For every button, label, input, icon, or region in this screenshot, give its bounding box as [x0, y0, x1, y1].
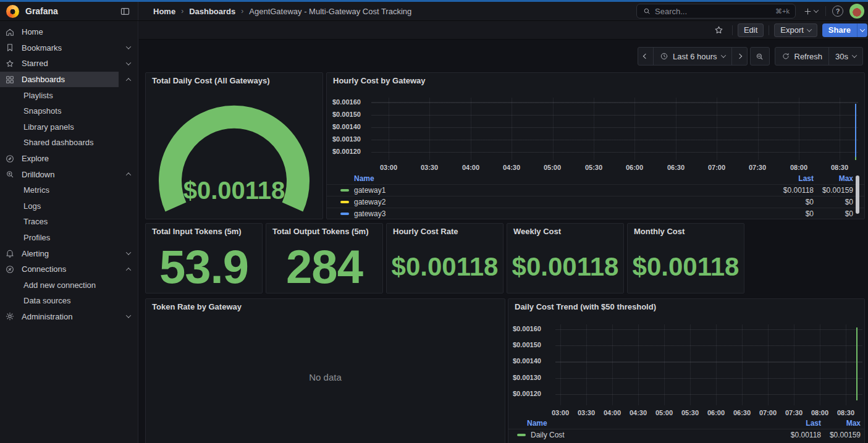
sidebar-item-bookmarks[interactable]: Bookmarks	[0, 40, 119, 56]
sidebar-item-drilldown[interactable]: Drilldown	[0, 166, 119, 182]
connections-collapse-toggle[interactable]	[119, 261, 138, 277]
add-new-button[interactable]	[802, 7, 819, 16]
time-forward-button[interactable]	[731, 48, 747, 65]
sidebar-item-library-panels[interactable]: Library panels	[0, 119, 138, 135]
legend-scrollbar[interactable]	[856, 175, 859, 214]
series-label[interactable]: gateway2	[354, 198, 386, 206]
sidebar-row: Shared dashboards	[0, 135, 138, 151]
time-series-plot[interactable]	[555, 324, 862, 405]
app-name: Grafana	[25, 6, 58, 16]
panel-title[interactable]: Hourly Cost by Gateway	[333, 76, 426, 85]
legend-col-name[interactable]: Name	[327, 174, 374, 183]
panel-title[interactable]: Total Input Tokens (5m)	[152, 227, 242, 236]
chevron-up-icon	[125, 172, 130, 177]
series-label[interactable]: gateway3	[354, 209, 386, 218]
y-tick-label: $0.00120	[513, 390, 541, 397]
zoom-out-button[interactable]	[750, 47, 770, 65]
stat-value: $0.00118	[628, 241, 744, 293]
legend-col-last[interactable]: Last	[774, 174, 814, 183]
sidebar-item-logs[interactable]: Logs	[0, 198, 138, 214]
favorite-star-button[interactable]	[711, 23, 727, 38]
sidebar-item-label: Playlists	[23, 91, 53, 100]
breadcrumb-current: AgentGateway - Multi-Gateway Cost Tracki…	[249, 7, 411, 16]
sidebar-collapse-button[interactable]	[120, 6, 130, 17]
x-tick-label: 07:00	[701, 164, 732, 171]
sidebar-item-label: Connections	[22, 264, 66, 274]
sidebar-item-snapshots[interactable]: Snapshots	[0, 103, 138, 119]
x-tick-label: 04:00	[599, 409, 626, 416]
sidebar-item-metrics[interactable]: Metrics	[0, 182, 138, 198]
sidebar-row: Explore	[0, 151, 138, 167]
share-menu-button[interactable]	[857, 23, 867, 37]
drilldown-collapse-toggle[interactable]	[119, 166, 138, 182]
dashboards-collapse-toggle[interactable]	[119, 72, 138, 88]
sidebar-item-shared-dashboards[interactable]: Shared dashboards	[0, 135, 138, 151]
sidebar-row: Logs	[0, 198, 138, 214]
home-icon	[5, 27, 15, 37]
time-controls: Last 6 hours Refresh 30s	[638, 47, 863, 65]
export-button[interactable]: Export	[774, 23, 817, 37]
sidebar-row: Playlists	[0, 87, 138, 103]
legend-row-daily-cost: Daily Cost $0.00118 $0.00159	[508, 429, 864, 441]
alerting-expand-toggle[interactable]	[119, 245, 138, 261]
legend-col-last[interactable]: Last	[782, 419, 821, 428]
x-tick-label: 08:30	[832, 409, 859, 416]
stat-value: 53.9	[146, 241, 262, 293]
sidebar-item-label: Snapshots	[23, 106, 61, 116]
sidebar-item-alerting[interactable]: Alerting	[0, 245, 119, 261]
starred-expand-toggle[interactable]	[119, 56, 138, 72]
refresh-interval-picker[interactable]: 30s	[828, 48, 862, 65]
panel-title[interactable]: Total Output Tokens (5m)	[272, 227, 369, 236]
panel-title[interactable]: Monthly Cost	[634, 227, 685, 236]
sidebar-item-explore[interactable]: Explore	[0, 151, 138, 167]
sidebar-row: Administration	[0, 309, 138, 325]
legend-col-name[interactable]: Name	[508, 419, 547, 428]
time-range-picker[interactable]: Last 6 hours	[653, 48, 731, 65]
search-box[interactable]: ⌘+k	[636, 4, 796, 19]
series-label[interactable]: gateway1	[354, 186, 386, 195]
sidebar-item-dashboards[interactable]: Dashboards	[0, 72, 119, 88]
series-last-value: $0	[774, 209, 814, 218]
series-spike-gateway3	[855, 104, 856, 157]
sidebar-item-connections[interactable]: Connections	[0, 261, 119, 277]
time-series-plot[interactable]	[371, 98, 858, 160]
help-button[interactable]: ?	[832, 6, 843, 17]
panel-title[interactable]: Weekly Cost	[513, 227, 561, 236]
sidebar-item-starred[interactable]: Starred	[0, 56, 119, 72]
bookmarks-expand-toggle[interactable]	[119, 40, 138, 56]
chevron-up-icon	[125, 268, 130, 272]
sidebar-item-add-new-connection[interactable]: Add new connection	[0, 277, 138, 293]
search-input[interactable]	[655, 7, 772, 16]
share-button-group: Share	[822, 23, 867, 37]
administration-expand-toggle[interactable]	[119, 309, 138, 325]
breadcrumb-home[interactable]: Home	[153, 7, 175, 16]
sidebar-item-home[interactable]: Home	[0, 24, 138, 40]
drilldown-icon	[5, 169, 15, 179]
time-range-group: Last 6 hours	[638, 47, 748, 65]
legend-col-max[interactable]: Max	[821, 419, 861, 428]
time-back-button[interactable]	[638, 48, 653, 65]
edit-button[interactable]: Edit	[738, 23, 764, 37]
share-button[interactable]: Share	[822, 23, 857, 37]
sidebar-item-profiles[interactable]: Profiles	[0, 230, 138, 246]
sidebar-item-data-sources[interactable]: Data sources	[0, 293, 138, 309]
series-label[interactable]: Daily Cost	[531, 431, 565, 439]
sidebar-item-traces[interactable]: Traces	[0, 214, 138, 230]
user-avatar[interactable]	[849, 4, 864, 19]
series-last-value: $0.00118	[782, 431, 821, 439]
refresh-button[interactable]: Refresh	[775, 48, 829, 65]
series-color-swatch	[340, 201, 349, 203]
sidebar-item-administration[interactable]: Administration	[0, 309, 119, 325]
panel-title[interactable]: Daily Cost Trend (with $50 threshold)	[515, 302, 656, 311]
x-tick-label: 03:00	[373, 164, 404, 171]
x-tick-label: 05:30	[676, 409, 704, 416]
panel-title[interactable]: Hourly Cost Rate	[393, 227, 458, 236]
breadcrumb-dashboards[interactable]: Dashboards	[189, 7, 235, 16]
stat-value: $0.00118	[387, 241, 503, 293]
grafana-logo-icon[interactable]	[6, 5, 19, 18]
star-icon	[714, 25, 724, 35]
legend-col-max[interactable]: Max	[814, 174, 853, 183]
panel-title[interactable]: Token Rate by Gateway	[152, 302, 242, 311]
chevron-down-icon	[125, 250, 130, 255]
sidebar-item-playlists[interactable]: Playlists	[0, 87, 138, 103]
